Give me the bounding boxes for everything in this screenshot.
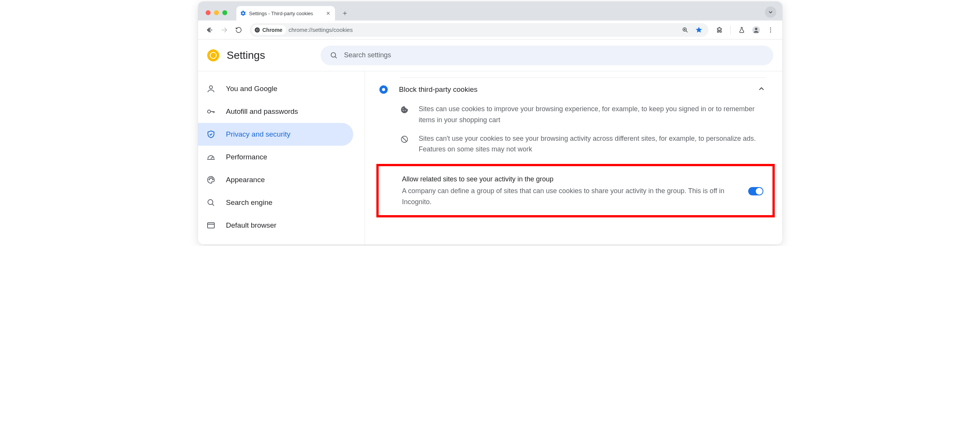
svg-point-14 [208, 110, 210, 113]
chrome-chip-label: Chrome [262, 27, 283, 33]
svg-point-2 [256, 29, 258, 31]
sidebar-item-performance[interactable]: Performance [198, 146, 353, 169]
close-tab-button[interactable] [325, 10, 331, 16]
profile-icon[interactable] [750, 24, 763, 37]
allow-related-subtitle: A company can define a group of sites th… [402, 186, 739, 208]
chevron-up-icon[interactable] [757, 84, 766, 94]
address-bar[interactable]: Chrome chrome://settings/cookies [250, 23, 708, 37]
sidebar-item-label: Default browser [226, 221, 277, 229]
zoom-icon[interactable] [679, 24, 692, 37]
new-tab-button[interactable] [340, 8, 350, 19]
description-text: Sites can use cookies to improve your br… [419, 103, 766, 126]
sidebar-item-label: You and Google [226, 84, 278, 93]
back-button[interactable] [204, 24, 216, 37]
chrome-chip: Chrome [252, 25, 286, 35]
tabs-overflow-button[interactable] [765, 6, 776, 18]
minimize-window-button[interactable] [214, 10, 219, 15]
search-icon [207, 198, 215, 207]
search-placeholder: Search settings [344, 51, 391, 59]
window-controls [206, 10, 227, 15]
sidebar-item-privacy[interactable]: Privacy and security [198, 123, 353, 146]
allow-related-toggle[interactable] [748, 187, 764, 196]
forward-button[interactable] [218, 24, 231, 37]
svg-point-19 [208, 200, 213, 205]
svg-point-24 [402, 110, 403, 111]
cookie-icon [400, 105, 409, 114]
allow-related-title: Allow related sites to see your activity… [402, 175, 739, 183]
maximize-window-button[interactable] [222, 10, 227, 15]
browser-icon [207, 221, 215, 230]
settings-header: Settings Search settings [198, 40, 782, 72]
svg-point-5 [755, 28, 757, 30]
svg-point-15 [209, 179, 210, 180]
gear-icon [240, 10, 246, 16]
svg-point-11 [210, 53, 216, 58]
shield-icon [207, 130, 215, 139]
block-icon [400, 135, 409, 144]
svg-rect-20 [208, 223, 214, 228]
search-icon [330, 51, 338, 60]
svg-point-12 [331, 53, 336, 57]
svg-point-13 [210, 86, 212, 89]
chrome-logo-icon [207, 49, 219, 62]
allow-related-sites-row: Allow related sites to see your activity… [376, 164, 775, 217]
description-row-blocked: Sites can't use your cookies to see your… [376, 132, 775, 162]
speedometer-icon [207, 153, 215, 162]
sidebar-item-appearance[interactable]: Appearance [198, 169, 353, 191]
svg-point-8 [770, 31, 771, 32]
sidebar-item-search-engine[interactable]: Search engine [198, 191, 353, 214]
sidebar-item-label: Privacy and security [226, 130, 291, 138]
description-row-allowed: Sites can use cookies to improve your br… [376, 103, 775, 132]
svg-point-21 [402, 108, 403, 109]
svg-point-17 [211, 178, 212, 179]
option-title: Block third-party cookies [399, 85, 746, 94]
tab-strip: Settings - Third-party cookies [198, 2, 782, 21]
browser-tab[interactable]: Settings - Third-party cookies [236, 6, 335, 21]
key-icon [207, 107, 215, 116]
radio-selected-icon[interactable] [379, 85, 388, 94]
sidebar-item-autofill[interactable]: Autofill and passwords [198, 100, 353, 123]
tab-title: Settings - Third-party cookies [249, 11, 322, 16]
toolbar-separator [730, 26, 731, 34]
extensions-icon[interactable] [713, 24, 726, 37]
svg-point-18 [212, 179, 213, 180]
browser-toolbar: Chrome chrome://settings/cookies [198, 21, 782, 40]
sidebar-item-label: Autofill and passwords [226, 107, 298, 116]
palette-icon [207, 175, 215, 185]
sidebar-item-default-browser[interactable]: Default browser [198, 214, 353, 237]
sidebar-item-label: Search engine [226, 199, 273, 207]
settings-page: Settings Search settings You and Google … [198, 40, 782, 244]
sidebar-item-label: Appearance [226, 176, 265, 184]
svg-point-23 [405, 110, 406, 111]
search-settings-input[interactable]: Search settings [321, 46, 773, 65]
sidebar-item-label: Performance [226, 153, 267, 161]
svg-point-16 [210, 178, 210, 179]
close-window-button[interactable] [206, 10, 210, 15]
svg-point-7 [770, 29, 771, 30]
browser-window: Settings - Third-party cookies Chrome [198, 2, 782, 244]
description-text: Sites can't use your cookies to see your… [419, 133, 766, 155]
svg-point-6 [770, 27, 771, 29]
url-text: chrome://settings/cookies [288, 27, 676, 33]
block-third-party-option[interactable]: Block third-party cookies [376, 78, 775, 103]
overflow-menu-icon[interactable] [764, 24, 777, 37]
page-title: Settings [227, 49, 265, 62]
labs-icon[interactable] [735, 24, 748, 37]
reload-button[interactable] [232, 24, 245, 37]
person-icon [207, 84, 215, 93]
bookmark-icon[interactable] [692, 24, 705, 37]
sidebar-item-you-and-google[interactable]: You and Google [198, 77, 353, 100]
svg-point-22 [403, 110, 404, 111]
settings-brand: Settings [207, 49, 265, 62]
